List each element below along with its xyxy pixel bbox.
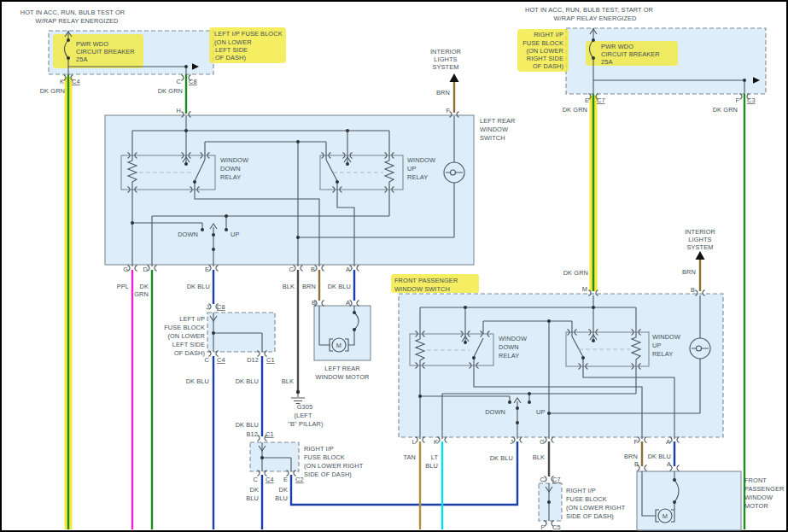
wire-label: DK GRN [713, 106, 738, 114]
left-fuse-block-label-2: (ON LOWER [214, 38, 252, 46]
wire-label: BLU [246, 494, 259, 502]
pin-label: J [206, 303, 209, 311]
cb-left-label-3: 25A [76, 56, 87, 63]
ground-loc-2: "B" PILLAR) [288, 420, 323, 428]
pin-label: B [691, 286, 695, 294]
left-fuse-block-label-1: LEFT I/P FUSE BLOCK [214, 30, 283, 38]
wire-label: BLK [283, 283, 295, 290]
header-note-right-1: HOT IN ACC, RUN, BULB TEST, START OR [525, 6, 653, 14]
wiring-diagram: HOT IN ACC, RUN, BULB TEST OR W/RAP RELA… [0, 0, 788, 532]
pin-label: C [289, 266, 295, 273]
pin-label: H [177, 107, 181, 114]
connector-id: C1 [266, 356, 275, 364]
wire-label: DK BLU [236, 421, 259, 429]
wire-label: BRN [682, 268, 696, 276]
fp-down-relay-1: WINDOW [499, 335, 527, 342]
pin-label: B [312, 299, 316, 307]
fp-down-relay-3: RELAY [499, 352, 519, 360]
left-rear-window-motor-box [314, 306, 371, 360]
pin-label: C [254, 476, 259, 483]
fp-up-relay-2: UP [652, 342, 661, 349]
cb-right-label-1: PWR WDO [601, 43, 633, 50]
wire-label: BLU [275, 494, 288, 502]
wire-label: DK BLU [648, 453, 671, 460]
connector-id: C8 [217, 303, 225, 311]
motor-m: M [663, 512, 668, 520]
wiring-diagram-page: HOT IN ACC, RUN, BULB TEST OR W/RAP RELA… [0, 0, 788, 532]
connector-id: C1 [266, 430, 274, 438]
wire-label: DK [250, 486, 259, 494]
wire-label: DK [140, 283, 149, 290]
header-note-right-2: W/RAP RELAY ENERGIZED [554, 15, 637, 22]
pin-label: B [634, 460, 639, 468]
connector-id: C4 [72, 78, 80, 85]
fp-up-relay-3: RELAY [652, 350, 673, 358]
header-note-left-1: HOT IN ACC, RUN, BULB TEST OR [20, 9, 125, 16]
left-ip-fuse-block-mid [207, 313, 275, 352]
fp-motor-name-1: FRONT [744, 476, 767, 484]
pin-label: E [585, 96, 589, 104]
connector-id: C4 [266, 476, 274, 483]
wire-label: DK BLU [490, 454, 513, 462]
wire-label: DK BLU [236, 377, 259, 385]
fuse3-label-3: (ON LOWER RIGHT [566, 504, 626, 512]
wire-label: PPL [117, 283, 129, 290]
connector-id: C8 [189, 78, 197, 85]
pin-label: K [434, 438, 438, 446]
lr-switch-name-3: SWITCH [480, 134, 505, 142]
left-fuse-block-label-4: OF DASH) [215, 54, 246, 61]
wire-label: BLU [425, 462, 438, 470]
pin-label: A [346, 266, 350, 273]
pin-label: L [412, 438, 416, 446]
fp-switch-title-1: FRONT PASSENGER [394, 277, 458, 284]
lr-down-relay-3: RELAY [220, 173, 241, 181]
lr-motor-name-1: LEFT REAR [324, 365, 359, 372]
left-fuse-block-label-3: LEFT SIDE [215, 46, 248, 54]
fuse1-label-4: LEFT SIDE [172, 341, 205, 348]
pin-label: B [311, 266, 315, 273]
interior-lights-3: SYSTEM [433, 63, 459, 71]
motor-m: M [336, 342, 341, 349]
wire-label: DK BLU [186, 377, 209, 385]
wire-label: BRN [624, 453, 638, 460]
interior-lights-3: SYSTEM [687, 243, 714, 251]
interior-lights-1: INTERIOR [685, 228, 715, 236]
lr-up-relay-1: WINDOW [407, 156, 435, 164]
pin-label: F [446, 107, 450, 114]
wire-label: DK GRN [563, 106, 587, 114]
pin-label: G [540, 438, 545, 446]
down-label: DOWN [485, 408, 505, 416]
pin-label: D [143, 266, 148, 273]
fp-down-relay-2: DOWN [499, 343, 519, 351]
connector-id: C3 [747, 96, 756, 104]
wire-label: BLK [533, 453, 545, 461]
up-label: UP [536, 408, 545, 416]
ground-loc-1: (LEFT [294, 412, 312, 419]
wire-label: LT [431, 453, 439, 461]
pin-label: M [582, 285, 587, 293]
lr-up-relay-2: UP [407, 165, 416, 172]
wire-label: DK GRN [40, 87, 65, 95]
pin-label: J [510, 438, 513, 446]
fuse1-label-5: OF DASH) [174, 349, 205, 357]
wire-label: DK BLU [328, 283, 351, 290]
fuse2-label-1: RIGHT I/P [304, 445, 334, 453]
pin-label: E [283, 476, 288, 483]
pin-label: C [540, 476, 546, 483]
lr-up-relay-3: RELAY [407, 173, 428, 181]
interior-lights-2: LIGHTS [688, 236, 711, 243]
fp-motor-name-3: WINDOW [744, 494, 773, 501]
pin-label: F [735, 96, 739, 104]
connector-id: C7 [552, 476, 561, 483]
right-fuse-block-label-3: (ON LOWER [526, 47, 563, 55]
fuse3-label-1: RIGHT I/P [566, 487, 596, 494]
fuse2-label-2: FUSE BLOCK [304, 453, 345, 461]
wire-label: BLK [282, 377, 294, 385]
fuse2-label-4: SIDE OF DASH) [304, 471, 352, 478]
fuse3-label-2: FUSE BLOCK [566, 495, 607, 503]
interior-lights-1: INTERIOR [430, 48, 461, 56]
pin-label: E [205, 266, 209, 273]
wire-label: GRN [134, 290, 149, 298]
pin-label: K [60, 78, 64, 85]
cb-left-label-1: PWR WDO [76, 40, 108, 48]
